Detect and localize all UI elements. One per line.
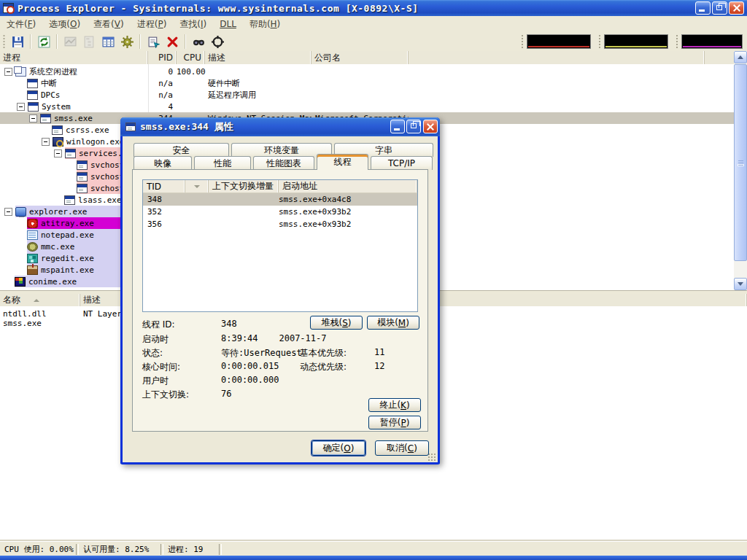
thread-column-header-tid[interactable]: TID	[143, 180, 185, 192]
vertical-scrollbar[interactable]	[734, 51, 747, 290]
options-gear-button[interactable]	[118, 33, 136, 50]
menu-item-file[interactable]: 文件(F)	[0, 17, 42, 32]
process-row[interactable]: 系统空闲进程0100.00	[0, 66, 734, 77]
menu-item-help[interactable]: 帮助(H)	[243, 17, 287, 32]
toolbar-gripper[interactable]	[521, 34, 524, 49]
status-cpu-usage: CPU 使用: 0.00%	[0, 544, 76, 555]
console-icon	[65, 149, 76, 158]
dialog-titlebar[interactable]: smss.exe:344 属性	[120, 117, 440, 136]
refresh-button[interactable]	[35, 33, 53, 50]
titlebar[interactable]: Process Explorer - Sysinternals: www.sys…	[0, 0, 747, 16]
ok-button[interactable]: 确定(O)	[311, 440, 365, 456]
maximize-icon	[411, 123, 417, 128]
column-header-label: 启动地址	[282, 180, 317, 192]
restore-button[interactable]	[712, 1, 727, 15]
close-button[interactable]	[729, 1, 744, 15]
process-row[interactable]: System4	[0, 101, 734, 112]
system-information-button	[61, 33, 79, 50]
process-row[interactable]: DPCsn/a延迟程序调用	[0, 89, 734, 101]
tab-label: 性能	[214, 158, 231, 170]
view-dlls-button[interactable]	[99, 33, 117, 50]
column-header-company[interactable]: 公司名	[311, 51, 409, 64]
tab-image[interactable]: 映像	[133, 156, 192, 170]
process-name: mmc.exe	[41, 242, 74, 252]
dialog-maximize-button[interactable]	[406, 120, 421, 133]
find-window-process-button[interactable]	[209, 33, 226, 50]
tree-expander-collapse[interactable]	[42, 138, 50, 146]
tab-security[interactable]: 安全	[133, 143, 229, 157]
thread-column-header-addr[interactable]: 启动地址	[279, 180, 417, 192]
minimize-button[interactable]	[695, 1, 711, 15]
thread-row[interactable]: 352smss.exe+0x93b2	[143, 206, 417, 218]
process-name-cell: 中断	[0, 77, 148, 89]
tree-expander-collapse[interactable]	[4, 208, 12, 216]
field-user-time: 用户时0:00:00.000	[142, 375, 431, 386]
column-header-label: 描述	[83, 294, 101, 306]
scrollbar-thumb[interactable]	[734, 64, 747, 261]
tab-tcpip[interactable]: TCP/IP	[371, 156, 433, 170]
tree-expander-collapse[interactable]	[54, 149, 62, 158]
tab-threads[interactable]: 线程	[317, 154, 368, 170]
process-name-cell: DPCs	[0, 89, 148, 101]
stack-button[interactable]: 堆栈(S)	[310, 316, 363, 330]
process-list-header: 进程PIDCPU描述公司名	[0, 51, 734, 65]
thread-row[interactable]: 348smss.exe+0xa4c8	[143, 193, 417, 206]
thread-start-address: smss.exe+0xa4c8	[279, 195, 417, 204]
menu-item-view[interactable]: 查看(V)	[87, 17, 131, 32]
process-name: smss.exe	[54, 114, 93, 123]
scroll-down-button[interactable]	[734, 278, 747, 290]
save-button[interactable]	[9, 33, 26, 50]
field-label: 启动时	[142, 333, 169, 346]
column-header-filler	[409, 51, 705, 64]
module-button[interactable]: 模块(M)	[367, 316, 419, 330]
tree-expander-collapse[interactable]	[17, 103, 25, 111]
toolbar-separator	[30, 34, 31, 49]
tree-expander-collapse[interactable]	[4, 68, 12, 76]
kill-process-button[interactable]	[163, 33, 181, 50]
status-separator	[219, 544, 222, 555]
tab-performance-graph[interactable]: 性能图表	[253, 156, 314, 170]
sort-ascending-icon	[34, 299, 39, 302]
dll-column-header-name[interactable]: 名称	[0, 294, 80, 306]
thread-column-header-delta[interactable]: 上下文切换增量	[209, 180, 279, 192]
suspend-button[interactable]: 暂停(P)	[368, 416, 421, 429]
column-header-pid[interactable]: PID	[148, 51, 177, 64]
tab-label: 安全	[173, 144, 190, 157]
process-row[interactable]: 中断n/a硬件中断	[0, 77, 734, 89]
thread-row[interactable]: 356smss.exe+0x93b2	[143, 218, 417, 230]
column-header-process[interactable]: 进程	[0, 51, 148, 64]
field-label: 上下文切换:	[142, 389, 189, 401]
process-name: conime.exe	[28, 277, 77, 287]
dialog-minimize-button[interactable]	[390, 120, 405, 133]
toolbar-gripper[interactable]	[3, 34, 5, 49]
cpu-history-graph[interactable]	[527, 34, 591, 49]
scroll-up-button[interactable]	[734, 51, 747, 63]
process-name: 系统空闲进程	[29, 66, 77, 77]
memory-history-graph[interactable]	[604, 34, 668, 49]
console-icon	[40, 114, 51, 123]
column-header-description[interactable]: 描述	[205, 51, 311, 64]
column-header-label: PID	[158, 52, 173, 63]
process-explorer-window: Process Explorer - Sysinternals: www.sys…	[0, 0, 747, 560]
menu-item-dll[interactable]: DLL	[213, 18, 243, 31]
tab-performance[interactable]: 性能	[194, 156, 251, 170]
cancel-button[interactable]: 取消(C)	[375, 440, 429, 456]
menu-item-process[interactable]: 进程(P)	[131, 17, 174, 32]
notepad-icon	[27, 230, 38, 240]
kill-thread-button[interactable]: 终止(K)	[368, 398, 421, 412]
field-value: 348	[221, 319, 237, 329]
io-history-graph[interactable]	[681, 34, 743, 49]
properties-dialog: smss.exe:344 属性 TID上下文切换增量启动地址348smss.ex…	[120, 117, 440, 464]
properties-button[interactable]	[144, 33, 162, 50]
toolbar-gripper[interactable]	[676, 34, 678, 49]
field-state: 状态:等待:UserRequest基本优先级:11	[142, 347, 431, 359]
column-header-cpu[interactable]: CPU	[177, 51, 205, 64]
tree-expander-collapse[interactable]	[29, 114, 37, 122]
toolbar-gripper[interactable]	[598, 34, 601, 49]
dialog-close-button[interactable]	[423, 120, 438, 133]
menu-item-options[interactable]: 选项(O)	[42, 17, 87, 32]
dll-name: ntdll.dll	[0, 309, 80, 319]
thread-column-header-sort[interactable]	[185, 180, 209, 192]
menu-item-find[interactable]: 查找(I)	[173, 17, 213, 32]
find-handle-button[interactable]	[190, 33, 207, 50]
